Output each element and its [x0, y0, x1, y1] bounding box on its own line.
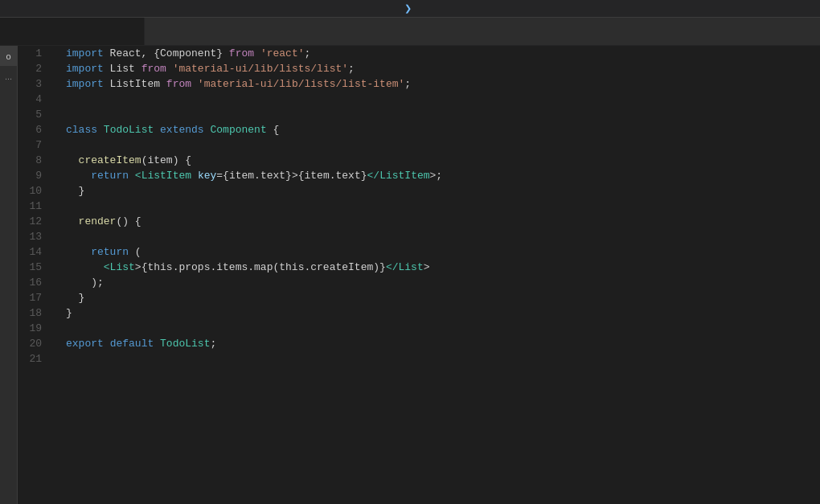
line-numbers: 123456789101112131415161718192021: [18, 46, 58, 504]
code-line: import React, {Component} from 'react';: [58, 46, 820, 61]
line-number: 21: [18, 351, 58, 367]
code-line: [58, 351, 820, 367]
code-line: }: [58, 305, 820, 321]
line-number: 1: [18, 46, 58, 61]
line-number: 14: [18, 244, 58, 260]
line-number: 18: [18, 305, 58, 321]
code-line: export default TodoList;: [58, 336, 820, 351]
line-number: 11: [18, 199, 58, 214]
code-content[interactable]: import React, {Component} from 'react';i…: [58, 46, 820, 504]
code-line: return (: [58, 244, 820, 260]
code-line: }: [58, 183, 820, 199]
code-line: render() {: [58, 214, 820, 229]
editor-tab[interactable]: [0, 18, 145, 45]
line-number: 13: [18, 229, 58, 244]
line-number: 15: [18, 260, 58, 275]
code-editor[interactable]: 123456789101112131415161718192021 import…: [18, 46, 820, 504]
code-line: <List>{this.props.items.map(this.createI…: [58, 260, 820, 275]
code-line: [58, 321, 820, 336]
line-number: 7: [18, 137, 58, 153]
line-number: 19: [18, 321, 58, 336]
line-number: 2: [18, 61, 58, 76]
line-number: 6: [18, 122, 58, 137]
line-number: 9: [18, 168, 58, 183]
title-bar-text: ❯: [404, 3, 416, 14]
tab-bar: [0, 18, 820, 46]
line-number: 5: [18, 107, 58, 122]
code-line: createItem(item) {: [58, 153, 820, 168]
sidebar-item-3: [0, 86, 17, 106]
code-line: import List from 'material-ui/lib/lists/…: [58, 61, 820, 76]
code-line: [58, 199, 820, 214]
code-line: [58, 137, 820, 153]
line-number: 16: [18, 275, 58, 290]
activity-bar: o ...: [0, 46, 18, 504]
line-number: 17: [18, 290, 58, 305]
line-number: 20: [18, 336, 58, 351]
file-icon: ❯: [404, 3, 412, 14]
code-line: [58, 92, 820, 107]
title-bar: ❯: [0, 0, 820, 18]
code-line: [58, 229, 820, 244]
line-number: 12: [18, 214, 58, 229]
code-line: }: [58, 290, 820, 305]
code-line: );: [58, 275, 820, 290]
sidebar-item-2: ...: [0, 66, 17, 86]
line-number: 4: [18, 92, 58, 107]
code-line: return <ListItem key={item.text}>{item.t…: [58, 168, 820, 183]
editor-area: o ... 123456789101112131415161718192021 …: [0, 46, 820, 504]
code-line: import ListItem from 'material-ui/lib/li…: [58, 76, 820, 92]
sidebar-item-1: o: [0, 46, 17, 66]
line-number: 3: [18, 76, 58, 92]
code-line: [58, 107, 820, 122]
line-number: 10: [18, 183, 58, 199]
line-number: 8: [18, 153, 58, 168]
code-line: class TodoList extends Component {: [58, 122, 820, 137]
